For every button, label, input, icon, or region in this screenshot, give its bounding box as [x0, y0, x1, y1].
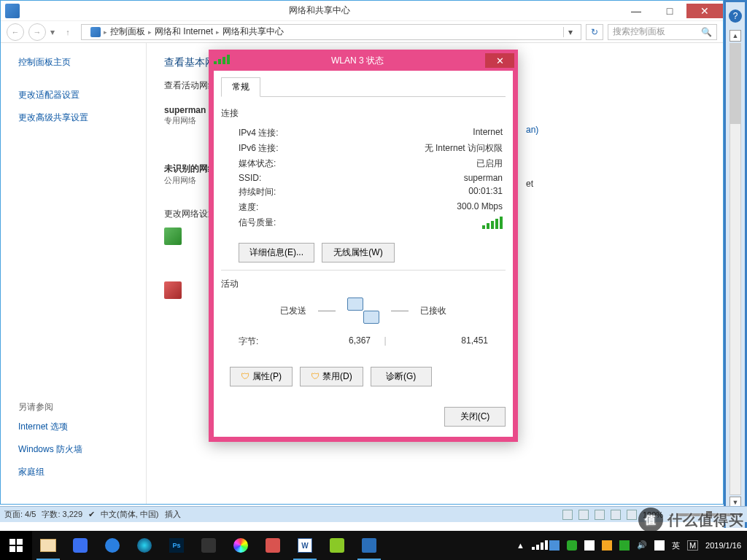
- title-bar: 网络和共享中心 — □ ✕: [1, 1, 723, 21]
- help-icon[interactable]: ?: [729, 9, 742, 23]
- dialog-title: WLAN 3 状态: [230, 55, 485, 67]
- bytes-sent: 6,367: [282, 335, 371, 348]
- tray-security-icon[interactable]: [549, 540, 560, 551]
- tab-strip: 常规: [221, 77, 506, 97]
- breadcrumb-dropdown[interactable]: ▾: [563, 27, 576, 37]
- computers-icon: [347, 298, 379, 324]
- dash: ——: [391, 306, 409, 316]
- taskbar-photoshop[interactable]: Ps: [160, 531, 193, 560]
- activity-diagram: 已发送 —— —— 已接收: [221, 298, 506, 324]
- bc-item-sharing[interactable]: 网络和共享中心: [222, 26, 284, 38]
- tray-wifi-icon[interactable]: [532, 540, 542, 551]
- tray-wechat-icon[interactable]: [567, 540, 577, 551]
- watermark-text: 什么值得买: [667, 510, 744, 530]
- scrollbar-thumb[interactable]: [730, 44, 740, 124]
- status-page[interactable]: 页面: 4/5: [4, 509, 36, 520]
- minimize-button[interactable]: —: [619, 4, 653, 18]
- row-duration: 持续时间:00:01:31: [221, 184, 506, 200]
- window-title: 网络和共享中心: [20, 4, 619, 17]
- setup-connection-icon[interactable]: [164, 228, 182, 245]
- watermark: 值 什么值得买: [638, 508, 744, 532]
- tray-ime-mode[interactable]: M: [687, 540, 698, 551]
- tray-overflow-icon[interactable]: ▲: [516, 541, 525, 550]
- shield-icon: 🛡: [311, 371, 320, 381]
- tray-shield-icon[interactable]: [602, 540, 612, 551]
- view-print-icon[interactable]: [562, 510, 573, 520]
- forward-button[interactable]: →: [28, 23, 46, 41]
- start-button[interactable]: [0, 531, 32, 560]
- tray-flag-icon[interactable]: [584, 540, 595, 551]
- tray-clock[interactable]: 2019/1/16: [705, 541, 744, 551]
- sidebar-homegroup[interactable]: 家庭组: [18, 466, 128, 478]
- taskbar-app-cloud[interactable]: [96, 531, 128, 560]
- taskbar-app-bird[interactable]: [64, 531, 96, 560]
- view-outline-icon[interactable]: [611, 510, 621, 520]
- right-scroll-frame: ? ▲ ▼: [724, 0, 747, 528]
- troubleshoot-icon[interactable]: [164, 281, 182, 299]
- search-icon: 🔍: [701, 27, 712, 37]
- status-language[interactable]: 中文(简体, 中国): [101, 509, 158, 520]
- row-ipv6: IPv6 连接:无 Internet 访问权限: [221, 141, 506, 156]
- taskbar-app-colorful[interactable]: [225, 531, 257, 560]
- network-1-link[interactable]: an): [526, 125, 538, 135]
- disable-button[interactable]: 🛡禁用(D): [300, 367, 363, 386]
- search-input[interactable]: 搜索控制面板 🔍: [608, 24, 717, 40]
- dialog-close-button[interactable]: ✕: [485, 53, 514, 68]
- wireless-props-button[interactable]: 无线属性(W): [322, 243, 395, 262]
- taskbar-control-panel[interactable]: [353, 531, 385, 560]
- sidebar-adapter[interactable]: 更改适配器设置: [18, 89, 128, 101]
- bytes-received: 81,451: [400, 335, 488, 348]
- dialog-body: 常规 连接 IPv4 连接:Internet IPv6 连接:无 Interne…: [209, 71, 517, 441]
- sidebar-internet-options[interactable]: Internet 选项: [18, 421, 128, 433]
- view-draft-icon[interactable]: [627, 510, 637, 520]
- status-mode[interactable]: 插入: [165, 509, 181, 520]
- up-button[interactable]: ↑: [59, 23, 77, 41]
- tray-av-icon[interactable]: [619, 540, 630, 551]
- sidebar-firewall[interactable]: Windows 防火墙: [18, 443, 128, 456]
- taskbar-app-dark[interactable]: [193, 531, 225, 560]
- wifi-icon: [214, 55, 230, 66]
- label-received: 已接收: [420, 305, 446, 317]
- dash: ——: [318, 306, 336, 316]
- tray-volume-icon[interactable]: 🔊: [637, 540, 647, 551]
- sidebar-home[interactable]: 控制面板主页: [18, 56, 128, 69]
- network-2-link: et: [526, 179, 533, 189]
- taskbar-word[interactable]: W: [289, 531, 321, 560]
- view-web-icon[interactable]: [595, 510, 605, 520]
- tab-general[interactable]: 常规: [221, 77, 260, 97]
- bc-item-network[interactable]: 网络和 Internet: [155, 26, 213, 38]
- divider: [221, 270, 506, 271]
- svg-rect-2: [9, 546, 15, 552]
- refresh-button[interactable]: ↻: [586, 24, 603, 40]
- tray-action-icon[interactable]: [654, 540, 665, 551]
- tray-ime-lang[interactable]: 英: [672, 540, 680, 551]
- properties-button[interactable]: 🛡属性(P): [230, 367, 293, 386]
- close-dialog-button[interactable]: 关闭(C): [444, 407, 506, 427]
- details-button[interactable]: 详细信息(E)...: [239, 243, 314, 262]
- history-dropdown[interactable]: ▾: [50, 27, 55, 37]
- scroll-up-button[interactable]: ▲: [729, 30, 741, 42]
- diagnose-button[interactable]: 诊断(G): [371, 367, 432, 386]
- maximize-button[interactable]: □: [653, 4, 686, 18]
- status-words[interactable]: 字数: 3,229: [42, 509, 82, 520]
- bytes-sep: |: [371, 335, 400, 348]
- taskbar-app-red[interactable]: [257, 531, 289, 560]
- back-button[interactable]: ←: [7, 23, 24, 41]
- bc-item-control-panel[interactable]: 控制面板: [110, 26, 145, 38]
- close-button[interactable]: ✕: [686, 4, 723, 18]
- taskbar-app-browser[interactable]: [128, 531, 160, 560]
- taskbar-explorer[interactable]: [32, 531, 64, 560]
- view-read-icon[interactable]: [578, 510, 589, 520]
- taskbar-app-green[interactable]: [321, 531, 353, 560]
- sidebar-adv-sharing[interactable]: 更改高级共享设置: [18, 112, 128, 124]
- group-activity: 活动: [221, 278, 506, 290]
- row-ipv4: IPv4 连接:Internet: [221, 125, 506, 141]
- proofing-icon[interactable]: ✔: [88, 510, 95, 519]
- detail-buttons: 详细信息(E)... 无线属性(W): [239, 243, 506, 262]
- dialog-title-bar[interactable]: WLAN 3 状态 ✕: [209, 50, 517, 71]
- breadcrumb[interactable]: ▸ 控制面板 ▸ 网络和 Internet ▸ 网络和共享中心 ▾: [81, 24, 581, 40]
- tray-date: 2019/1/16: [705, 541, 741, 551]
- status-bar: 页面: 4/5 字数: 3,229 ✔ 中文(简体, 中国) 插入 100% −…: [0, 506, 747, 522]
- scrollbar-track[interactable]: [729, 43, 741, 495]
- taskbar: Ps W ▲ 🔊 英 M 2019/1/16: [0, 531, 747, 560]
